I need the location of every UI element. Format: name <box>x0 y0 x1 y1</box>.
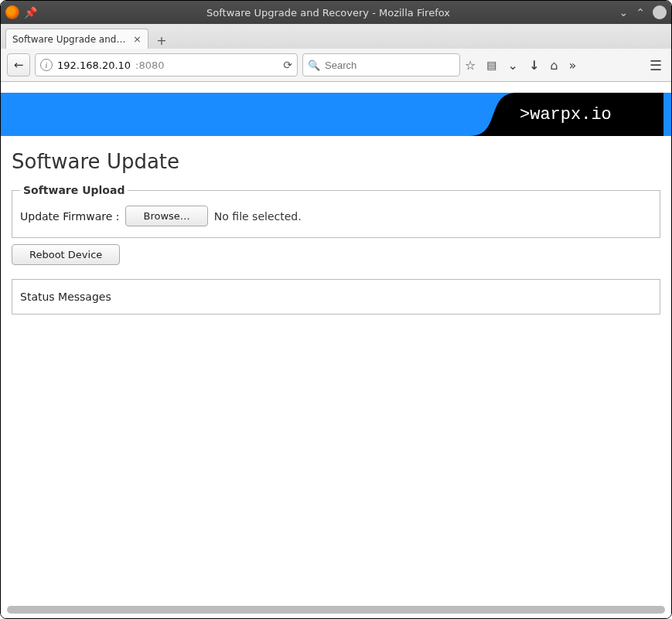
status-messages-box: Status Messages <box>12 279 660 315</box>
banner-curve <box>470 93 517 136</box>
pocket-icon[interactable]: ⌄ <box>508 58 518 73</box>
window-close-icon[interactable]: ✕ <box>653 5 667 19</box>
upload-fieldset: Software Upload Update Firmware : Browse… <box>12 184 660 238</box>
search-icon: 🔍 <box>308 60 320 71</box>
back-button[interactable]: ← <box>7 53 30 77</box>
overflow-icon[interactable]: » <box>569 58 577 73</box>
browser-chrome: Software Upgrade and R… × + ← i 192.168.… <box>1 24 671 82</box>
horizontal-scrollbar[interactable] <box>7 606 665 614</box>
url-host: 192.168.20.10 <box>57 60 131 71</box>
library-icon[interactable]: ▤ <box>486 59 496 71</box>
menu-icon[interactable]: ☰ <box>646 57 665 73</box>
url-port: :8080 <box>135 60 164 71</box>
browse-button[interactable]: Browse… <box>125 206 207 226</box>
search-bar[interactable]: 🔍 <box>302 53 460 77</box>
navigation-bar: ← i 192.168.20.10:8080 ⟳ 🔍 ☆ ▤ ⌄ ↓ ⌂ » ☰ <box>1 49 671 81</box>
toolbar-icons: ☆ ▤ ⌄ ↓ ⌂ » <box>465 58 576 73</box>
window-titlebar: 📌 Software Upgrade and Recovery - Mozill… <box>1 1 671 24</box>
home-icon[interactable]: ⌂ <box>550 58 558 73</box>
pin-icon[interactable]: 📌 <box>24 6 37 19</box>
no-file-text: No file selected. <box>214 210 302 223</box>
firmware-label: Update Firmware : <box>20 210 119 223</box>
brand-text: >warpx.io <box>517 93 671 136</box>
url-bar[interactable]: i 192.168.20.10:8080 ⟳ <box>35 53 298 77</box>
tab-close-icon[interactable]: × <box>133 33 142 45</box>
site-info-icon[interactable]: i <box>40 59 53 71</box>
upload-legend: Software Upload <box>20 184 128 196</box>
banner-edge <box>663 93 671 136</box>
status-heading: Status Messages <box>20 291 111 303</box>
search-input[interactable] <box>325 60 455 71</box>
bookmark-star-icon[interactable]: ☆ <box>465 58 476 73</box>
window-minimize-icon[interactable]: ⌄ <box>619 6 629 19</box>
new-tab-button[interactable]: + <box>152 32 172 49</box>
reload-icon[interactable]: ⟳ <box>283 59 292 71</box>
window-title: Software Upgrade and Recovery - Mozilla … <box>52 7 605 19</box>
tab-strip: Software Upgrade and R… × + <box>1 24 671 49</box>
browser-tab[interactable]: Software Upgrade and R… × <box>5 29 148 49</box>
reboot-button[interactable]: Reboot Device <box>12 244 120 265</box>
brand-banner: >warpx.io <box>1 93 671 136</box>
downloads-icon[interactable]: ↓ <box>529 58 539 73</box>
tab-title: Software Upgrade and R… <box>12 34 128 45</box>
browser-window: 📌 Software Upgrade and Recovery - Mozill… <box>0 0 672 619</box>
firefox-logo-icon <box>5 5 19 19</box>
page-content: >warpx.io Software Update Software Uploa… <box>1 82 671 618</box>
page-title: Software Update <box>12 150 660 173</box>
window-maximize-icon[interactable]: ⌃ <box>636 6 645 19</box>
